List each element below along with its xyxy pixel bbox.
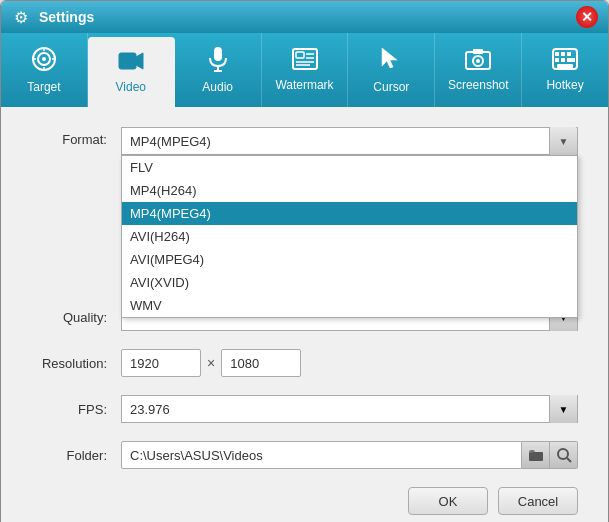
- format-option-avixvid[interactable]: AVI(XVID): [122, 271, 577, 294]
- tab-target[interactable]: Target: [1, 33, 88, 107]
- svg-point-22: [476, 59, 480, 63]
- tab-target-label: Target: [27, 80, 60, 94]
- content-area: Format: MP4(MPEG4) ▼ FLV MP4(H264) MP4(M…: [1, 107, 608, 522]
- svg-rect-7: [119, 53, 136, 69]
- folder-input-group: [121, 441, 578, 469]
- svg-point-2: [42, 57, 46, 61]
- svg-marker-18: [382, 48, 397, 68]
- format-option-wmv[interactable]: WMV: [122, 294, 577, 317]
- resolution-controls: ×: [121, 349, 578, 377]
- svg-rect-9: [214, 47, 222, 61]
- folder-browse-button[interactable]: [522, 441, 550, 469]
- tab-audio-label: Audio: [202, 80, 233, 94]
- svg-rect-31: [557, 64, 573, 68]
- resolution-input-group: ×: [121, 349, 578, 377]
- svg-rect-32: [529, 452, 543, 461]
- folder-label: Folder:: [31, 448, 121, 463]
- resolution-separator: ×: [207, 355, 215, 371]
- fps-selected-display[interactable]: 23.976 ▼: [121, 395, 578, 423]
- settings-icon: ⚙: [11, 7, 31, 27]
- hotkey-icon: [552, 48, 578, 74]
- svg-rect-29: [567, 58, 571, 62]
- svg-line-34: [567, 458, 571, 462]
- tab-bar: Target Video Audio: [1, 33, 608, 107]
- resolution-row: Resolution: ×: [31, 349, 578, 377]
- tab-watermark[interactable]: Watermark: [262, 33, 349, 107]
- svg-rect-25: [561, 52, 565, 56]
- svg-marker-8: [136, 53, 143, 69]
- svg-rect-13: [296, 52, 304, 58]
- format-row: Format: MP4(MPEG4) ▼ FLV MP4(H264) MP4(M…: [31, 127, 578, 155]
- fps-dropdown-arrow[interactable]: ▼: [549, 395, 577, 423]
- format-selected-display[interactable]: MP4(MPEG4) ▼: [121, 127, 578, 155]
- folder-control: [121, 441, 578, 469]
- format-option-flv[interactable]: FLV: [122, 156, 577, 179]
- tab-hotkey[interactable]: Hotkey: [522, 33, 608, 107]
- target-icon: [31, 46, 57, 76]
- svg-rect-28: [561, 58, 565, 62]
- format-option-avih264[interactable]: AVI(H264): [122, 225, 577, 248]
- svg-rect-20: [473, 49, 483, 54]
- resolution-height-input[interactable]: [221, 349, 301, 377]
- cancel-button[interactable]: Cancel: [498, 487, 578, 515]
- cursor-icon: [380, 46, 402, 76]
- folder-path-input[interactable]: [121, 441, 522, 469]
- tab-video[interactable]: Video: [88, 37, 175, 107]
- title-bar-left: ⚙ Settings: [11, 7, 94, 27]
- fps-label: FPS:: [31, 402, 121, 417]
- svg-rect-30: [571, 58, 575, 62]
- svg-point-33: [558, 449, 568, 459]
- format-label: Format:: [31, 127, 121, 147]
- format-options-list: FLV MP4(H264) MP4(MPEG4) AVI(H264) AVI(M…: [121, 155, 578, 318]
- svg-rect-27: [555, 58, 559, 62]
- svg-rect-24: [555, 52, 559, 56]
- fps-row: FPS: 23.976 ▼: [31, 395, 578, 423]
- screenshot-icon: [465, 48, 491, 74]
- format-dropdown-container: MP4(MPEG4) ▼ FLV MP4(H264) MP4(MPEG4) AV…: [121, 127, 578, 155]
- quality-label: Quality:: [31, 310, 121, 325]
- format-option-mp4mpeg4[interactable]: MP4(MPEG4): [122, 202, 577, 225]
- window-title: Settings: [39, 9, 94, 25]
- format-option-mp4h264[interactable]: MP4(H264): [122, 179, 577, 202]
- fps-selected-text: 23.976: [122, 402, 549, 417]
- fps-dropdown-container: 23.976 ▼: [121, 395, 578, 423]
- format-selected-text: MP4(MPEG4): [122, 134, 549, 149]
- tab-cursor[interactable]: Cursor: [348, 33, 435, 107]
- button-row: OK Cancel: [31, 487, 578, 515]
- tab-hotkey-label: Hotkey: [546, 78, 583, 92]
- tab-audio[interactable]: Audio: [175, 33, 262, 107]
- tab-cursor-label: Cursor: [373, 80, 409, 94]
- title-bar: ⚙ Settings ✕: [1, 1, 608, 33]
- tab-video-label: Video: [116, 80, 146, 94]
- folder-search-button[interactable]: [550, 441, 578, 469]
- tab-screenshot-label: Screenshot: [448, 78, 509, 92]
- close-button[interactable]: ✕: [576, 6, 598, 28]
- format-dropdown-arrow[interactable]: ▼: [549, 127, 577, 155]
- settings-window: ⚙ Settings ✕ Target: [0, 0, 609, 522]
- tab-watermark-label: Watermark: [275, 78, 333, 92]
- resolution-width-input[interactable]: [121, 349, 201, 377]
- tab-screenshot[interactable]: Screenshot: [435, 33, 522, 107]
- video-icon: [118, 50, 144, 76]
- format-option-avimpeg4[interactable]: AVI(MPEG4): [122, 248, 577, 271]
- svg-rect-26: [567, 52, 571, 56]
- ok-button[interactable]: OK: [408, 487, 488, 515]
- watermark-icon: [292, 48, 318, 74]
- audio-icon: [207, 46, 229, 76]
- folder-row: Folder:: [31, 441, 578, 469]
- resolution-label: Resolution:: [31, 356, 121, 371]
